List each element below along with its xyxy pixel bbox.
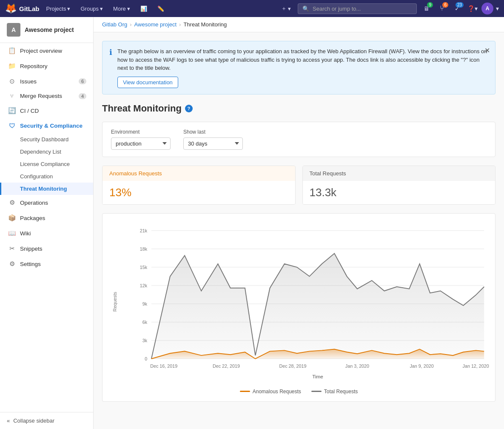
gitlab-logo[interactable]: 🦊 GitLab [5,3,40,14]
sidebar-item-settings[interactable]: ⚙ Settings [0,256,93,272]
nav-activity-chart[interactable]: 📊 [137,4,151,14]
sidebar: A Awesome project 📋 Project overview 📁 R… [0,17,94,429]
info-banner: ℹ The graph below is an overview of traf… [102,41,495,94]
show-last-select[interactable]: 30 days 7 days 24 hours [183,137,243,150]
sidebar-item-label: Operations [20,200,48,206]
nav-projects[interactable]: Projects ▾ [43,4,74,14]
breadcrumb-sep-2: › [179,21,181,28]
search-box[interactable]: 🔍 Search or jump to... [298,3,417,14]
project-avatar: A [7,23,20,37]
sidebar-item-label: Wiki [20,230,31,237]
user-avatar[interactable]: A [481,3,493,14]
ci-cd-icon: 🔄 [8,107,16,114]
total-area [151,253,484,358]
chart-container: Requests 21k 18k 15k 12k [102,213,495,402]
close-banner-button[interactable]: ✕ [484,46,490,54]
sidebar-sub-configuration[interactable]: Configuration [0,170,93,183]
svg-text:Jan 9, 2020: Jan 9, 2020 [410,363,433,369]
sidebar-item-label: Packages [20,215,45,221]
merge-badge[interactable]: ⑂ 6 [436,2,448,15]
collapse-icon: « [7,418,10,424]
sidebar-sub-license-compliance[interactable]: License Compliance [0,158,93,170]
avatar-chevron[interactable]: ▾ [496,5,499,12]
svg-text:Jan 12, 2020: Jan 12, 2020 [463,363,489,369]
environment-filter: Environment production staging developme… [111,129,171,150]
svg-text:Dec 16, 2019: Dec 16, 2019 [150,363,177,369]
sidebar-item-wiki[interactable]: 📖 Wiki [0,226,93,241]
legend-total: Total Requests [311,389,358,395]
anomalous-header: Anomalous Requests [103,166,295,181]
sidebar-nav: 📋 Project overview 📁 Repository ⊙ Issues… [0,43,93,412]
plus-icon: ＋ [281,5,287,12]
gitlab-icon: 🦊 [5,3,17,14]
sidebar-item-issues[interactable]: ⊙ Issues 6 [0,74,93,89]
chevron-down-icon: ▾ [67,6,70,12]
sidebar-item-repository[interactable]: 📁 Repository [0,58,93,74]
nav-icons: 🖥 9 ⑂ 6 ✓ 23 ❓ ▾ A ▾ [420,2,499,15]
monitor-badge[interactable]: 🖥 9 [420,2,433,15]
sidebar-item-label: Repository [20,63,48,69]
svg-text:18k: 18k [140,246,148,251]
nav-plus[interactable]: ＋ ▾ [278,3,294,14]
stats-row: Anomalous Requests 13% Total Requests 13… [102,166,495,205]
sidebar-item-operations[interactable]: ⚙ Operations [0,195,93,210]
sidebar-item-packages[interactable]: 📦 Packages [0,210,93,226]
collapse-sidebar-button[interactable]: « Collapse sidebar [0,412,93,429]
svg-text:15k: 15k [140,264,148,269]
sidebar-sub-threat-monitoring[interactable]: Threat Monitoring [0,183,93,195]
sidebar-item-project-overview[interactable]: 📋 Project overview [0,43,93,58]
nav-more[interactable]: More ▾ [110,4,134,14]
sidebar-item-snippets[interactable]: ✂ Snippets [0,241,93,256]
settings-icon: ⚙ [8,260,16,268]
snippets-icon: ✂ [8,245,16,252]
sidebar-item-label: Snippets [20,246,43,252]
sidebar-sub-security-dashboard[interactable]: Security Dashboard [0,133,93,146]
sidebar-item-label: Settings [20,261,41,267]
y-axis-label: Requests [112,292,117,312]
environment-select[interactable]: production staging development [111,137,171,150]
sidebar-sub-dependency-list[interactable]: Dependency List [0,146,93,158]
breadcrumb-awesome-project[interactable]: Awesome project [134,21,177,28]
sidebar-item-security-compliance[interactable]: 🛡 Security & Compliance [0,118,93,133]
chart-icon: 📊 [140,6,147,12]
security-icon: 🛡 [8,122,16,129]
project-header[interactable]: A Awesome project [0,17,93,43]
svg-text:6k: 6k [142,319,148,324]
total-header: Total Requests [303,166,495,181]
todo-badge[interactable]: ✓ 23 [451,2,464,15]
main-layout: A Awesome project 📋 Project overview 📁 R… [0,17,504,429]
sidebar-sub-label: Dependency List [20,149,61,155]
chart-svg: 21k 18k 15k 12k 9k 6k 3k [131,220,488,382]
top-navigation: 🦊 GitLab Projects ▾ Groups ▾ More ▾ 📊 ✏️… [0,0,504,17]
svg-text:Time: Time [312,373,323,379]
help-badge[interactable]: ❓ ▾ [466,2,479,15]
sidebar-item-ci-cd[interactable]: 🔄 CI / CD [0,103,93,118]
breadcrumb-current: Threat Monitoring [183,21,227,28]
nav-edit[interactable]: ✏️ [154,4,168,14]
svg-text:Dec 22, 2019: Dec 22, 2019 [213,363,240,369]
issues-count: 6 [79,78,86,84]
wiki-icon: 📖 [8,229,16,237]
info-content: The graph below is an overview of traffi… [117,47,488,88]
total-legend-line [311,391,322,392]
chevron-down-icon: ▾ [288,6,291,12]
show-last-label: Show last [183,129,243,135]
show-last-filter: Show last 30 days 7 days 24 hours [183,129,243,150]
merge-requests-icon: ⑂ [8,93,16,99]
project-overview-icon: 📋 [8,47,16,54]
breadcrumb-gitlab-org[interactable]: Gitlab Org [102,21,127,28]
svg-text:3k: 3k [142,337,148,343]
sidebar-item-merge-requests[interactable]: ⑂ Merge Requests 4 [0,89,93,103]
project-name: Awesome project [25,26,74,33]
issues-icon: ⊙ [8,77,16,85]
total-legend-label: Total Requests [324,389,358,395]
svg-text:21k: 21k [140,228,148,233]
info-text: The graph below is an overview of traffi… [117,47,488,72]
nav-groups[interactable]: Groups ▾ [77,4,106,14]
merge-count: 6 [442,2,448,8]
view-docs-button[interactable]: View documentation [117,77,178,88]
avatar-initial: A [486,6,490,11]
help-tooltip-icon[interactable]: ? [185,105,193,112]
sidebar-item-label: CI / CD [20,108,39,114]
page-title-text: Threat Monitoring [102,103,182,114]
